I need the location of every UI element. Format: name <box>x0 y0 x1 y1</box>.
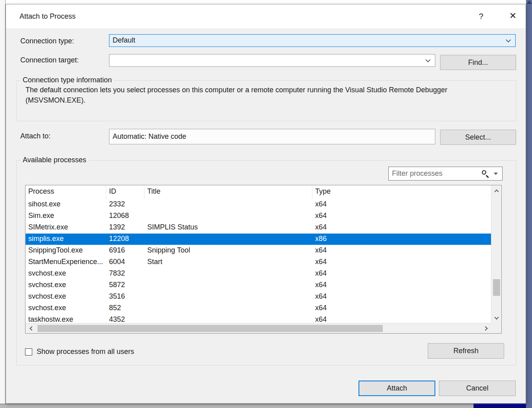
connection-type-info-line1: The default connection lets you select p… <box>25 86 447 94</box>
cell-title: SIMPLIS Status <box>144 222 312 233</box>
cell-type: x64 <box>312 199 491 210</box>
table-row[interactable]: svchost.exe 3516 x64 <box>25 291 491 303</box>
filter-options-caret-icon[interactable] <box>494 173 498 175</box>
cell-id: 6004 <box>106 256 144 268</box>
find-button[interactable]: Find... <box>440 55 516 70</box>
filter-processes-input[interactable] <box>392 168 472 179</box>
cell-process: SIMetrix.exe <box>25 222 106 233</box>
table-row[interactable]: svchost.exe 7832 x64 <box>25 268 491 280</box>
cell-process: sihost.exe <box>25 199 106 210</box>
column-header-title[interactable]: Title <box>144 185 312 199</box>
attach-to-value: Automatic: Native code <box>113 132 186 141</box>
table-row[interactable]: svchost.exe 852 x64 <box>25 303 491 314</box>
table-row[interactable]: StartMenuExperience... 6004 Start x64 <box>25 256 491 268</box>
process-table-header: Process ID Title Type <box>25 185 491 199</box>
horizontal-scrollbar[interactable] <box>25 323 492 333</box>
refresh-button[interactable]: Refresh <box>428 343 504 359</box>
cell-title <box>144 268 312 280</box>
cell-id: 12208 <box>106 233 144 245</box>
column-header-type[interactable]: Type <box>312 185 491 199</box>
background-app-bottom-strip <box>0 404 526 408</box>
connection-type-value: Default <box>113 36 135 45</box>
cell-process: simplis.exe <box>25 233 106 245</box>
cell-title <box>144 233 312 245</box>
background-app-top-strip <box>6 0 526 4</box>
connection-type-info-title: Connection type information <box>21 76 114 84</box>
dialog-title: Attach to Process <box>19 12 76 21</box>
background-app-statusbar-fragment <box>474 404 526 408</box>
cell-id: 1392 <box>106 222 144 233</box>
scroll-left-icon[interactable] <box>29 326 34 330</box>
cell-process: svchost.exe <box>25 303 106 314</box>
attach-button[interactable]: Attach <box>359 381 435 396</box>
cancel-button[interactable]: Cancel <box>439 381 516 396</box>
process-table-rows: sihost.exe 2332 x64 Sim.exe 12068 x64 SI… <box>25 199 491 324</box>
cell-process: StartMenuExperience... <box>25 256 106 268</box>
cell-id: 4352 <box>106 314 144 324</box>
scroll-up-icon[interactable] <box>494 189 499 194</box>
cell-process: taskhostw.exe <box>25 314 106 324</box>
cell-id: 2332 <box>106 199 144 210</box>
table-row[interactable]: SIMetrix.exe 1392 SIMPLIS Status x64 <box>25 222 491 233</box>
connection-type-label: Connection type: <box>20 37 74 45</box>
cell-process: svchost.exe <box>25 291 106 303</box>
filter-processes-box <box>388 167 503 181</box>
cell-title <box>144 280 312 291</box>
cell-title: Snipping Tool <box>144 245 312 256</box>
chevron-down-icon <box>506 37 511 43</box>
cell-id: 852 <box>106 303 144 314</box>
attach-to-field[interactable]: Automatic: Native code <box>109 129 435 144</box>
scrollbar-corner <box>491 323 501 333</box>
connection-type-info-group: Connection type information The default … <box>16 80 516 121</box>
chevron-down-icon <box>425 57 431 62</box>
vertical-scrollbar-thumb[interactable] <box>493 279 500 296</box>
close-icon[interactable]: ✕ <box>505 10 521 23</box>
table-row[interactable]: sihost.exe 2332 x64 <box>25 199 491 210</box>
cell-type: x64 <box>312 280 491 291</box>
help-icon[interactable]: ? <box>473 10 489 23</box>
cell-title <box>144 210 312 222</box>
cell-type: x64 <box>312 210 491 222</box>
background-app-scrollbar-strip <box>526 0 532 408</box>
search-icon[interactable] <box>482 170 486 175</box>
cell-process: SnippingTool.exe <box>25 245 106 256</box>
attach-to-process-dialog: Attach to Process ? ✕ Connection type: D… <box>6 4 526 404</box>
connection-target-label: Connection target: <box>20 56 79 64</box>
cell-title <box>144 291 312 303</box>
cell-process: Sim.exe <box>25 210 106 222</box>
background-scroll-up-icon <box>526 0 532 4</box>
cell-process: svchost.exe <box>25 268 106 280</box>
cell-title: Start <box>144 256 312 268</box>
show-all-users-label: Show processes from all users <box>37 348 134 356</box>
cell-type: x64 <box>312 222 491 233</box>
scroll-right-icon[interactable] <box>483 326 487 330</box>
vertical-scrollbar[interactable] <box>491 185 501 324</box>
connection-target-dropdown[interactable] <box>109 54 435 67</box>
column-header-process[interactable]: Process <box>25 185 106 199</box>
table-row[interactable]: taskhostw.exe 4352 x64 <box>25 314 491 324</box>
scroll-down-icon[interactable] <box>494 315 499 319</box>
table-row[interactable]: SnippingTool.exe 6916 Snipping Tool x64 <box>25 245 491 256</box>
cell-type: x64 <box>312 245 491 256</box>
cell-title <box>144 199 312 210</box>
cell-id: 7832 <box>106 268 144 280</box>
cell-id: 3516 <box>106 291 144 303</box>
cell-id: 5872 <box>106 280 144 291</box>
show-all-users-checkbox[interactable] <box>25 348 32 356</box>
column-header-id[interactable]: ID <box>106 185 144 199</box>
table-row[interactable]: simplis.exe 12208 x86 <box>25 233 491 245</box>
select-button[interactable]: Select... <box>440 130 516 145</box>
cell-type: x64 <box>312 268 491 280</box>
table-row[interactable]: Sim.exe 12068 x64 <box>25 210 491 222</box>
background-app-left-strip <box>0 0 6 408</box>
cell-process: svchost.exe <box>25 280 106 291</box>
cell-type: x64 <box>312 303 491 314</box>
connection-type-dropdown[interactable]: Default <box>109 34 516 47</box>
cell-type: x64 <box>312 256 491 268</box>
cell-title <box>144 314 312 324</box>
table-row[interactable]: svchost.exe 5872 x64 <box>25 280 491 291</box>
cell-type: x64 <box>312 291 491 303</box>
horizontal-scrollbar-thumb[interactable] <box>37 325 383 332</box>
dialog-titlebar: Attach to Process ? ✕ <box>6 4 526 28</box>
connection-type-info-line2: (MSVSMON.EXE). <box>25 96 86 105</box>
